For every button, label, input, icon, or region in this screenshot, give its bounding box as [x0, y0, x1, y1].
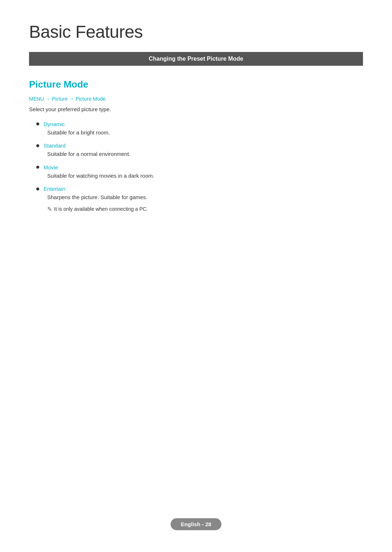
list-item-description: Suitable for watching movies in a dark r…	[44, 172, 363, 180]
note-item: ✎It is only available when connecting a …	[44, 205, 363, 213]
intro-text: Select your preferred picture type.	[29, 105, 363, 114]
section-header: Changing the Preset Picture Mode	[29, 52, 363, 66]
note-icon: ✎	[47, 206, 52, 213]
list-item: MovieSuitable for watching movies in a d…	[36, 164, 363, 180]
list-bullet	[36, 188, 39, 190]
page-title: Basic Features	[29, 22, 363, 42]
section-title: Picture Mode	[29, 79, 363, 90]
list-item-description: Suitable for a bright room.	[44, 129, 363, 137]
list-item-label: Standard	[44, 142, 66, 149]
list-bullet	[36, 166, 39, 169]
list-item-label: Movie	[44, 164, 58, 170]
list-item-description: Suitable for a normal environment.	[44, 150, 363, 158]
list-item-label: Dynamic	[44, 121, 65, 127]
list-item-description: Sharpens the picture. Suitable for games…	[44, 193, 363, 202]
list-item: DynamicSuitable for a bright room.	[36, 121, 363, 137]
list-item: StandardSuitable for a normal environmen…	[36, 142, 363, 158]
menu-path: MENU → Picture → Picture Mode	[29, 96, 363, 102]
note-text: It is only available when connecting a P…	[54, 205, 148, 213]
list-container: DynamicSuitable for a bright room.Standa…	[36, 121, 363, 213]
list-item-label: Entertain	[44, 186, 65, 192]
page-container: Basic Features Changing the Preset Pictu…	[0, 0, 392, 248]
footer: English - 28	[0, 518, 392, 530]
footer-badge: English - 28	[171, 518, 221, 530]
list-item: EntertainSharpens the picture. Suitable …	[36, 186, 363, 213]
list-bullet	[36, 122, 39, 125]
list-bullet	[36, 144, 39, 147]
